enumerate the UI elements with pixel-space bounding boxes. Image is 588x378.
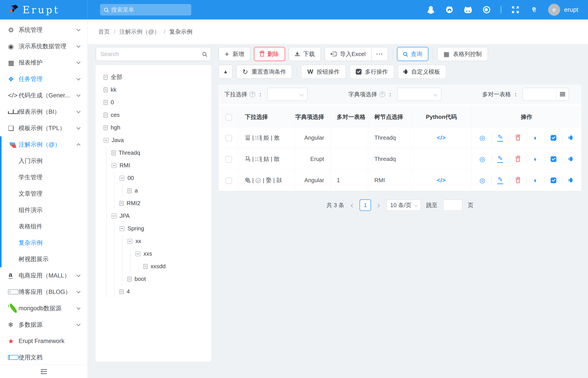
collapse-box-icon[interactable] [136,251,140,256]
import-excel-button[interactable]: 导入Excel [325,47,372,61]
sidebar-item-代码生成（Gener...[interactable]: </>代码生成（Gener... [0,87,87,104]
tree-node-kk[interactable]: kk [104,83,211,96]
custom-template-button[interactable]: 自定义模板 [398,65,446,79]
delete-button[interactable]: 删除 [254,47,285,61]
delete-button[interactable] [509,133,527,143]
code-icon[interactable]: </> [437,134,446,141]
menu-search[interactable] [100,4,191,15]
sidebar-item-系统管理[interactable]: ⚙系统管理 [0,22,87,38]
tree-node-RMI2[interactable]: RMI2 [120,197,211,210]
sidebar-item-报表示例（BI）[interactable]: 报表示例（BI） [0,104,87,120]
sidebar-item-演示系统数据管理[interactable]: ◉演示系统数据管理 [0,38,87,54]
tree-node-Threadq[interactable]: Threadq [111,147,211,159]
avatar[interactable]: e [548,4,560,16]
prev-page-button[interactable]: ‹ [350,201,354,209]
button-operation-button[interactable]: W按钮操作 [301,65,346,79]
tree-node-4[interactable]: 4 [120,285,211,298]
branch-button[interactable] [562,133,580,143]
row-checkbox[interactable] [225,177,232,184]
row-checkbox[interactable] [225,135,232,141]
branch-button[interactable] [562,154,580,164]
tree-search[interactable] [96,47,211,61]
collapse-box-icon[interactable] [120,226,124,231]
tree-node-xxs[interactable]: xxs [136,247,211,260]
dict-filter-select[interactable] [397,88,441,101]
sidebar-subitem-文章管理[interactable]: 文章管理 [0,186,87,202]
row-checkbox[interactable] [225,156,232,163]
sidebar-item-注解示例（@）[interactable]: 注解示例（@） [0,136,87,153]
collapse-sidebar-button[interactable] [0,365,87,378]
tree-node-JPA[interactable]: JPA [111,210,211,222]
sidebar-item-博客应用（BLOG）[interactable]: 博客应用（BLOG） [0,284,87,300]
edit-button[interactable]: ✎ [491,133,509,143]
help-icon[interactable]: ? [380,91,385,97]
multi-row-operation-button[interactable]: 多行操作 [350,65,394,79]
page-1-button[interactable]: 1 [359,199,371,211]
code-icon[interactable]: </> [437,177,446,183]
edit-button[interactable]: ✎ [491,154,509,164]
collapse-box-icon[interactable] [104,138,109,143]
lightbulb-icon[interactable] [530,5,538,14]
sidebar-subitem-树视图展示[interactable]: 树视图展示 [0,251,87,267]
many-to-one-input[interactable] [522,88,556,101]
page-size-select[interactable]: 10 条/页 [386,199,421,211]
breadcrumb-section[interactable]: 注解示例（@） [119,28,160,36]
table-column-control-button[interactable]: ▦表格列控制 [437,47,488,61]
edit-button[interactable]: ✎ [491,175,509,186]
check-button[interactable] [544,175,562,186]
fullscreen-icon[interactable] [511,5,520,14]
tree-node-ces[interactable]: ces [104,109,211,121]
toggle-button[interactable]: ◐ [527,154,544,164]
github-icon[interactable] [445,5,454,14]
select-all-checkbox[interactable] [225,114,232,121]
sidebar-item-Erupt Framework[interactable]: ★Erupt Framework [0,333,87,349]
branch-button[interactable] [562,175,580,186]
collapse-box-icon[interactable] [127,239,132,244]
tree-node-xxsdd[interactable]: xxsdd [143,260,211,273]
menu-search-input[interactable] [111,6,187,13]
sidebar-subitem-表格组件[interactable]: 表格组件 [0,218,87,235]
sidebar-item-使用文档[interactable]: 使用文档 [0,349,87,365]
toggle-button[interactable]: ◐ [527,133,544,143]
view-button[interactable]: ◎ [474,154,491,164]
tree-node-xx[interactable]: xx [127,235,211,247]
tree-node-00[interactable]: 00 [120,172,211,184]
sidebar-subitem-入门示例[interactable]: 入门示例 [0,153,87,169]
dropdown-filter-select[interactable] [267,88,308,101]
add-button[interactable]: +新增 [219,47,250,61]
spiral-circle-icon[interactable] [482,5,491,14]
view-button[interactable]: ◎ [474,175,491,186]
check-button[interactable] [544,154,562,164]
delete-button[interactable] [509,154,527,164]
tree-search-input[interactable] [100,51,202,57]
collapse-box-icon[interactable] [111,163,116,168]
tree-node-boot[interactable]: boot [127,273,211,285]
sidebar-item-任务管理[interactable]: ❖任务管理 [0,71,87,87]
many-to-one-picker-button[interactable] [556,88,569,101]
qq-icon[interactable] [426,5,435,14]
collapse-toolbar-button[interactable]: ▲ [219,65,233,79]
tree-node-hgh[interactable]: hgh [104,121,211,134]
sidebar-subitem-复杂示例[interactable]: 复杂示例 [0,235,87,251]
tree-node-Java[interactable]: Java [104,134,211,147]
check-button[interactable] [544,133,562,143]
tree-node-Spring[interactable]: Spring [120,222,211,235]
view-button[interactable]: ◎ [474,133,491,143]
more-button[interactable]: ··· [372,47,388,61]
jump-page-input[interactable] [443,199,463,211]
app-logo[interactable]: Erupt [0,0,88,19]
tree-node-0[interactable]: 0 [104,96,211,109]
tree-node-全部[interactable]: 全部 [104,71,211,83]
next-page-button[interactable]: › [376,201,381,209]
help-icon[interactable]: ? [249,91,255,97]
download-button[interactable]: 下载 [289,47,321,61]
sidebar-item-电商应用（MALL）[interactable]: 电商应用（MALL） [0,267,87,284]
breadcrumb-home[interactable]: 首页 [98,28,110,36]
reset-query-button[interactable]: ↻重置查询条件 [236,65,292,79]
sidebar-item-mongodb数据源[interactable]: mongodb数据源 [0,300,87,316]
sidebar-subitem-学生管理[interactable]: 学生管理 [0,169,87,186]
query-button[interactable]: 查询 [397,47,428,61]
sidebar-item-模板示例（TPL）[interactable]: ❏模板示例（TPL） [0,120,87,136]
sidebar-item-报表维护[interactable]: ▦报表维护 [0,54,87,71]
collapse-box-icon[interactable] [120,176,124,181]
